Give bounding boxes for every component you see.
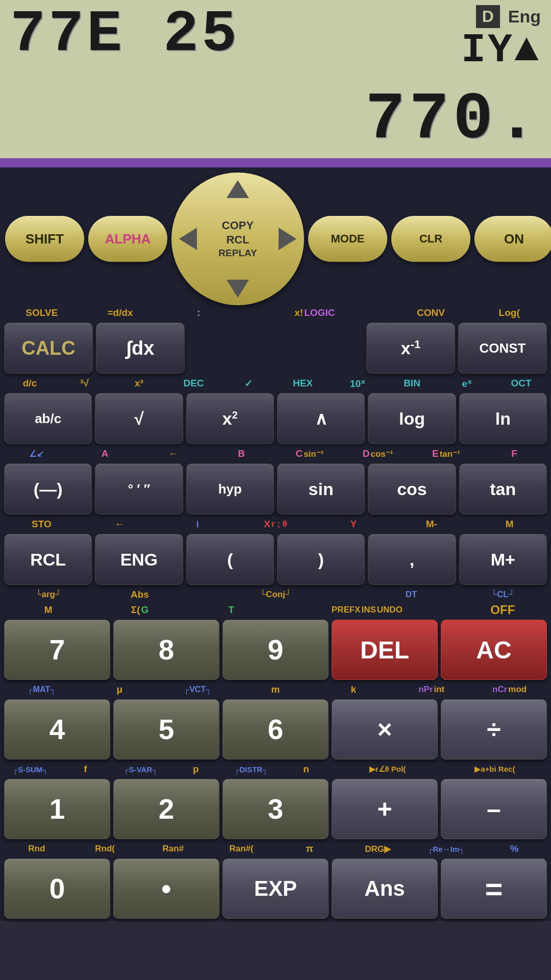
xinverse-button[interactable]: x-1 (366, 323, 455, 374)
rnd-secondary: Rnd (4, 842, 69, 856)
oct-secondary: OCT (495, 376, 547, 390)
row8-secondary-labels: Rnd Rnd( Ran# Ran#( π DRG▶ ┌Re↔Im┐ % (0, 841, 551, 856)
caret-label: ∧ (315, 408, 328, 429)
f-secondary: F (482, 447, 547, 461)
abs-secondary: Abs (95, 587, 184, 602)
on-button[interactable]: ON (474, 216, 551, 262)
deg-button[interactable]: ° ′ ″ (95, 463, 183, 514)
abc-button[interactable]: ab/c (4, 393, 92, 444)
plus-button[interactable]: + (332, 779, 438, 839)
display-secondary-value: 770. (10, 87, 541, 153)
p7-secondary: p (170, 762, 222, 776)
cos-button[interactable]: cos (368, 463, 456, 514)
bin-secondary: BIN (386, 376, 438, 390)
arrow4-secondary: ← (82, 517, 157, 531)
rcl-label: RCL (30, 550, 66, 570)
sqrt-button[interactable]: √ (95, 393, 183, 444)
pi-secondary: π (277, 842, 342, 856)
abc-label: ab/c (35, 411, 61, 427)
shift-button[interactable]: SHIFT (5, 216, 84, 262)
d-badge: D (476, 5, 500, 28)
integral-button[interactable]: ∫dx (96, 323, 185, 374)
ans-button[interactable]: Ans (332, 859, 438, 919)
clr-button[interactable]: CLR (391, 216, 470, 262)
open-paren-button[interactable]: ( (186, 534, 274, 585)
log-button[interactable]: log (368, 393, 456, 444)
seven-button[interactable]: 7 (4, 620, 110, 680)
t-secondary: T (187, 603, 276, 617)
minus-label: – (487, 794, 501, 824)
clr-label: CLR (419, 232, 442, 246)
zero-button[interactable]: 0 (4, 859, 110, 919)
mode-button[interactable]: MODE (308, 216, 387, 262)
dpad-up-arrow[interactable] (227, 180, 249, 198)
dpad-control[interactable]: COPY RCL REPLAY (171, 173, 304, 305)
zero-label: 0 (49, 872, 65, 905)
sin-button[interactable]: sin (277, 463, 365, 514)
ln-label: ln (495, 409, 511, 429)
eight-button[interactable]: 8 (113, 620, 219, 680)
five-button[interactable]: 5 (113, 699, 219, 760)
close-paren-label: ) (318, 550, 323, 570)
three-button[interactable]: 3 (222, 779, 329, 839)
ddx-secondary: =d/dx (83, 306, 158, 320)
logic-secondary: LOGIC (304, 307, 335, 318)
times-button[interactable]: × (332, 699, 438, 760)
ac-label: AC (476, 636, 511, 664)
ln-button[interactable]: ln (459, 393, 547, 444)
x2-label: x2 (222, 409, 238, 429)
two-button[interactable]: 2 (113, 779, 219, 839)
exp-button[interactable]: EXP (222, 859, 329, 919)
x2-button[interactable]: x2 (186, 393, 274, 444)
eng-button[interactable]: ENG (95, 534, 183, 585)
dpad-left-arrow[interactable] (179, 228, 197, 250)
caret-button[interactable]: ∧ (277, 393, 365, 444)
tan-label: tan (490, 479, 516, 499)
display-main-value: 77E 25 (10, 5, 240, 64)
rcl-button[interactable]: RCL (4, 534, 92, 585)
comma-button[interactable]: , (368, 534, 456, 585)
alpha-button[interactable]: ALPHA (88, 216, 167, 262)
hyp-button[interactable]: hyp (186, 463, 274, 514)
nine-label: 9 (268, 633, 284, 666)
mplus-label: M+ (491, 550, 515, 570)
tan-button[interactable]: tan (459, 463, 547, 514)
deg-label: ° ′ ″ (128, 481, 151, 497)
dpad-down-arrow[interactable] (227, 280, 249, 298)
dot-button[interactable]: • (113, 859, 219, 919)
const-button[interactable]: CONST (458, 323, 547, 374)
dot-label: • (161, 872, 171, 905)
mat-secondary: ┌MAT┐ (4, 682, 79, 697)
equals-button[interactable]: = (441, 859, 547, 919)
minus-button[interactable]: – (441, 779, 547, 839)
neg-button[interactable]: (—) (4, 463, 92, 514)
four-button[interactable]: 4 (4, 699, 110, 760)
nine-button[interactable]: 9 (222, 620, 329, 680)
row7-buttons: 1 2 3 + – (0, 777, 551, 841)
cl-secondary: └CL┘ (459, 587, 547, 602)
six-button[interactable]: 6 (222, 699, 329, 760)
row6-buttons: 4 5 6 × ÷ (0, 697, 551, 762)
ranhash-secondary: Ran# (141, 842, 206, 856)
f7-secondary: f (59, 762, 111, 776)
dec-secondary: DEC (168, 376, 219, 390)
row1-secondary-labels: SOLVE =d/dx : x! LOGIC CONV Log( (0, 305, 551, 321)
divide-button[interactable]: ÷ (441, 699, 547, 760)
close-paren-button[interactable]: ) (277, 534, 365, 585)
exp-label: EXP (254, 876, 297, 901)
sto-secondary: STO (4, 517, 79, 531)
mplus-button[interactable]: M+ (459, 534, 547, 585)
calc-button[interactable]: CALC (4, 323, 93, 374)
one-button[interactable]: 1 (4, 779, 110, 839)
dpad-replay-label: REPLAY (218, 248, 257, 259)
four-label: 4 (49, 713, 65, 746)
del-button[interactable]: DEL (332, 620, 438, 680)
mode-label: MODE (331, 232, 365, 246)
mlower-secondary: m (238, 682, 313, 697)
row5-secondary-labels: M Σ( G T PREFX INS UNDO OFF (0, 602, 551, 618)
ranhash2-secondary: Ran#( (209, 842, 274, 856)
ac-button[interactable]: AC (441, 620, 547, 680)
row1-buttons: CALC ∫dx x-1 CONST (0, 321, 551, 376)
dpad-right-arrow[interactable] (279, 228, 296, 250)
percent-secondary: % (482, 842, 547, 856)
